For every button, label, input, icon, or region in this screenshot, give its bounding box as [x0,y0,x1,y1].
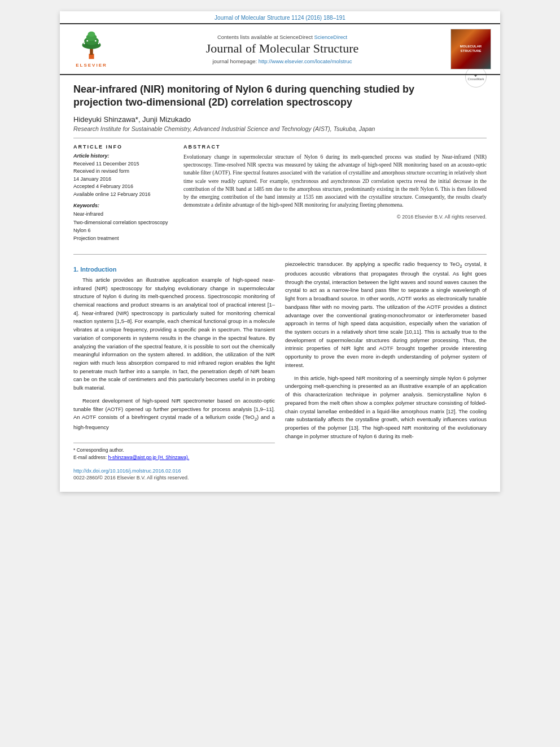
keyword-2: Two-dimensional correlation spectroscopy [73,219,172,226]
doi-link[interactable]: http://dx.doi.org/10.1016/j.molstruc.201… [73,468,181,474]
abstract-title: ABSTRACT [183,144,487,150]
content-area: ✚CrossMark Near-infrared (NIR) monitorin… [60,75,500,254]
received-date: Received 11 December 2015 [73,160,172,168]
footnote-email: E-mail address: h-shinzawa@aist.go.jp (H… [73,454,275,461]
page: Journal of Molecular Structure 1124 (201… [60,11,500,492]
svg-point-9 [98,43,99,45]
affiliation: Research Institute for Sustainable Chemi… [73,125,487,132]
footnote-corresponding: * Corresponding author. [73,447,275,454]
citation-bar: Journal of Molecular Structure 1124 (201… [60,11,500,23]
article-meta-section: ARTICLE INFO Article history: Received 1… [73,144,487,243]
paper-title: Near-infrared (NIR) monitoring of Nylon … [73,83,487,110]
left-col: 1. Introduction This article provides an… [73,260,275,480]
sciencedirect-link[interactable]: ScienceDirect [314,34,348,40]
email-link[interactable]: h-shinzawa@aist.go.jp (H. Shinzawa). [108,455,189,460]
authors-line: Hideyuki Shinzawa*, Junji Mizukado [73,115,487,124]
section1-title: 1. Introduction [73,266,275,273]
keywords-title: Keywords: [73,203,172,208]
citation-text: Journal of Molecular Structure 1124 (201… [215,15,345,21]
intro-para3: piezoelectric transducer. By applying a … [285,260,487,370]
keyword-1: Near-infrared [73,210,172,218]
journal-url[interactable]: http://www.elsevier.com/locate/molstruc [259,58,352,64]
intro-para1: This article provides an illustrative ap… [73,276,275,392]
right-col: piezoelectric transducer. By applying a … [285,260,487,480]
revised-date: 14 January 2016 [73,176,172,184]
journal-homepage: journal homepage: http://www.elsevier.co… [120,58,445,64]
svg-point-5 [88,32,95,37]
journal-header: ELSEVIER Contents lists available at Sci… [60,23,500,75]
issn-text: 0022-2860/© 2016 Elsevier B.V. All right… [73,475,275,480]
available-date: Available online 12 February 2016 [73,191,172,199]
abstract-col: ABSTRACT Evolutionary change in supermol… [183,144,487,243]
revised-label: Received in revised form [73,168,172,176]
article-info-title: ARTICLE INFO [73,144,172,150]
header-divider [73,138,487,138]
elsevier-logo: ELSEVIER [69,30,114,68]
article-history-title: Article history: [73,153,172,159]
elsevier-tree-icon [75,30,108,62]
article-info-col: ARTICLE INFO Article history: Received 1… [73,144,172,243]
main-two-col: 1. Introduction This article provides an… [73,260,487,480]
journal-cover-image: MOLECULARSTRUCTURE [450,29,491,69]
journal-title-block: Contents lists available at ScienceDirec… [114,34,450,64]
abstract-text: Evolutionary change in supermolecular st… [183,153,487,209]
content-divider [73,254,487,255]
main-content: 1. Introduction This article provides an… [60,260,500,492]
intro-para4: In this article, high-speed NIR monitori… [285,374,487,441]
intro-para2: Recent development of high-speed NIR spe… [73,397,275,431]
journal-image-text: MOLECULARSTRUCTURE [460,45,482,54]
keyword-3: Nylon 6 [73,226,172,234]
svg-point-6 [84,43,85,45]
sciencedirect-line: Contents lists available at ScienceDirec… [120,34,445,40]
elsevier-text: ELSEVIER [76,63,107,68]
journal-main-title: Journal of Molecular Structure [120,41,445,56]
svg-point-8 [95,40,97,42]
footnote-area: * Corresponding author. E-mail address: … [73,443,275,480]
copyright-line: © 2016 Elsevier B.V. All rights reserved… [183,214,487,220]
accepted-date: Accepted 4 February 2016 [73,183,172,191]
svg-point-7 [86,40,88,42]
keyword-4: Projection treatment [73,234,172,242]
